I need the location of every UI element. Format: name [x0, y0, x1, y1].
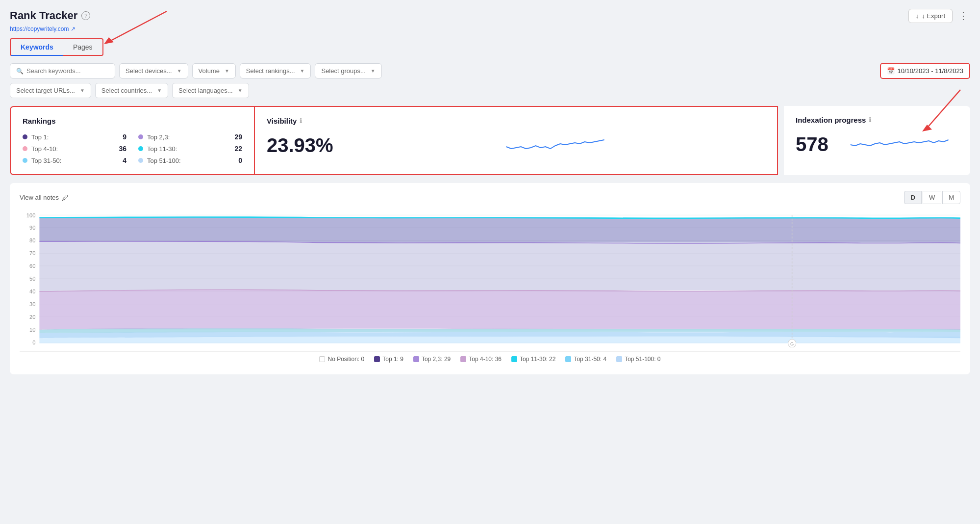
svg-text:90: 90	[29, 225, 35, 231]
rankings-label: Select rankings...	[246, 67, 295, 75]
indexation-sparkline	[840, 132, 958, 157]
target-urls-label: Select target URLs...	[16, 87, 75, 94]
legend-top31-50[interactable]: Top 31-50: 4	[565, 356, 606, 363]
legend-label-top23: Top 2,3: 29	[422, 356, 451, 363]
legend-checkbox-top23[interactable]	[413, 356, 419, 362]
legend-checkbox-no-position[interactable]	[319, 356, 325, 362]
indexation-card: Indexation progress ℹ 578	[784, 106, 970, 175]
svg-text:Oct 24: Oct 24	[465, 346, 481, 347]
help-icon[interactable]: ?	[81, 11, 90, 20]
svg-text:Nov 1: Nov 1	[713, 346, 728, 347]
svg-text:40: 40	[29, 288, 35, 294]
legend-checkbox-top11-30[interactable]	[511, 356, 517, 362]
volume-filter[interactable]: Volume ▼	[192, 63, 236, 79]
indexation-content: 578	[796, 132, 958, 157]
more-options-button[interactable]: ⋮	[956, 8, 970, 24]
visibility-info-icon[interactable]: ℹ	[300, 117, 302, 125]
ranking-top11-30: Top 11-30: 22	[138, 145, 242, 153]
legend-checkbox-top4-10[interactable]	[460, 356, 466, 362]
svg-text:Oct 30: Oct 30	[651, 346, 667, 347]
legend-top23[interactable]: Top 2,3: 29	[413, 356, 451, 363]
svg-text:G: G	[790, 341, 794, 346]
svg-text:20: 20	[29, 314, 35, 320]
time-button-m[interactable]: M	[942, 191, 960, 204]
dot-top31-50	[23, 158, 27, 163]
indexation-info-icon[interactable]: ℹ	[869, 116, 871, 124]
chart-svg: 100 90 80 70 60 50 40 30 20 10 0	[20, 210, 960, 347]
svg-text:Nov 5: Nov 5	[837, 346, 851, 347]
devices-filter[interactable]: Select devices... ▼	[119, 63, 188, 79]
indexation-value: 578	[796, 133, 829, 156]
legend-checkbox-top31-50[interactable]	[565, 356, 571, 362]
ranking-top1: Top 1: 9	[23, 133, 126, 141]
svg-text:50: 50	[29, 276, 35, 282]
target-urls-filter[interactable]: Select target URLs... ▼	[10, 83, 91, 98]
svg-text:Oct 10: Oct 10	[31, 346, 48, 347]
svg-text:Oct 22: Oct 22	[403, 346, 419, 347]
countries-filter[interactable]: Select countries... ▼	[95, 83, 168, 98]
legend-top1[interactable]: Top 1: 9	[374, 356, 403, 363]
svg-text:Oct 14: Oct 14	[155, 346, 172, 347]
notes-icon: 🖊	[62, 194, 69, 202]
dot-top4-10	[23, 146, 27, 151]
time-button-w[interactable]: W	[923, 191, 941, 204]
legend-top11-30[interactable]: Top 11-30: 22	[511, 356, 555, 363]
svg-text:Oct 26: Oct 26	[527, 346, 543, 347]
external-link-icon: ↗	[71, 26, 75, 32]
view-all-notes-button[interactable]: View all notes 🖊	[20, 192, 69, 204]
legend-checkbox-top1[interactable]	[374, 356, 380, 362]
dot-top51-100	[138, 158, 143, 163]
export-label: ↓ Export	[922, 12, 945, 20]
svg-text:60: 60	[29, 263, 35, 269]
legend-label-top31-50: Top 31-50: 4	[574, 356, 606, 363]
countries-label: Select countries...	[101, 87, 152, 94]
legend-checkbox-top51-100[interactable]	[616, 356, 622, 362]
export-icon: ↓	[916, 12, 919, 20]
svg-text:Oct 16: Oct 16	[217, 346, 233, 347]
date-range-picker[interactable]: 📅 10/10/2023 - 11/8/2023	[880, 63, 970, 79]
search-input[interactable]	[26, 67, 109, 75]
svg-text:30: 30	[29, 301, 35, 307]
devices-label: Select devices...	[126, 67, 172, 75]
ranking-top4-10: Top 4-10: 36	[23, 145, 126, 153]
ranking-top51-100: Top 51-100: 0	[138, 157, 242, 164]
svg-text:Oct 20: Oct 20	[341, 346, 357, 347]
chart-toolbar: View all notes 🖊 D W M	[20, 191, 960, 204]
svg-text:Oct 28: Oct 28	[588, 346, 604, 347]
rankings-grid: Top 1: 9 Top 2,3: 29 Top 4-10: 36 Top 11…	[23, 133, 242, 164]
time-buttons: D W M	[904, 191, 960, 204]
chart-container: 100 90 80 70 60 50 40 30 20 10 0	[20, 210, 960, 347]
svg-text:10: 10	[29, 327, 35, 333]
site-url-link[interactable]: https://copywritely.com ↗	[10, 26, 970, 32]
svg-text:Oct 18: Oct 18	[279, 346, 295, 347]
rankings-filter[interactable]: Select rankings... ▼	[240, 63, 311, 79]
target-urls-chevron: ▼	[80, 88, 85, 93]
legend-label-top1: Top 1: 9	[382, 356, 403, 363]
tab-pages[interactable]: Pages	[63, 39, 102, 55]
countries-chevron: ▼	[157, 88, 162, 93]
groups-filter[interactable]: Select groups... ▼	[315, 63, 381, 79]
volume-label: Volume	[199, 67, 220, 75]
tab-keywords[interactable]: Keywords	[11, 39, 63, 55]
languages-filter[interactable]: Select languages... ▼	[172, 83, 249, 98]
languages-label: Select languages...	[178, 87, 233, 94]
legend-label-top51-100: Top 51-100: 0	[625, 356, 660, 363]
legend-label-top11-30: Top 11-30: 22	[520, 356, 555, 363]
legend-top4-10[interactable]: Top 4-10: 36	[460, 356, 502, 363]
legend-top51-100[interactable]: Top 51-100: 0	[616, 356, 660, 363]
time-button-d[interactable]: D	[904, 191, 921, 204]
visibility-title: Visibility ℹ	[267, 117, 765, 125]
visibility-sparkline	[345, 133, 765, 157]
svg-text:70: 70	[29, 250, 35, 256]
tabs-container: Keywords Pages	[10, 38, 970, 56]
rankings-chevron: ▼	[300, 68, 305, 74]
ranking-top23: Top 2,3: 29	[138, 133, 242, 141]
filters-row-2: Select target URLs... ▼ Select countries…	[10, 83, 970, 98]
legend-no-position[interactable]: No Position: 0	[319, 356, 364, 363]
export-button[interactable]: ↓ ↓ Export	[908, 9, 953, 23]
legend-label-top4-10: Top 4-10: 36	[469, 356, 502, 363]
search-input-wrapper[interactable]: 🔍	[10, 63, 115, 79]
visibility-value: 23.93%	[267, 134, 333, 157]
svg-text:0: 0	[32, 340, 35, 345]
page-header: Rank Tracker ? ↓ ↓ Export ⋮	[10, 8, 970, 24]
